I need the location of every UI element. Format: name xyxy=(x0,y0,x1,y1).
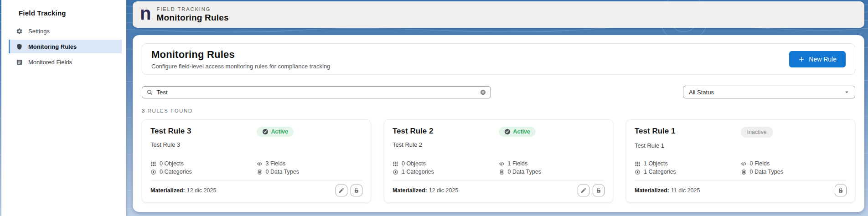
objects-stat: 0 Objects xyxy=(393,160,499,167)
lock-rule-button[interactable] xyxy=(835,185,847,196)
data-types-stat: 0 Data Types xyxy=(257,169,363,175)
edit-rule-button[interactable] xyxy=(336,185,347,196)
database-icon xyxy=(499,169,505,175)
search-box xyxy=(142,86,491,98)
rule-status-label: Inactive xyxy=(747,129,767,135)
rule-name: Test Rule 2 xyxy=(393,127,499,136)
lock-closed-icon xyxy=(837,187,844,194)
objects-stat: 0 Objects xyxy=(150,160,257,167)
materialized-label: Materialized: xyxy=(635,187,669,194)
data-types-stat-label: 0 Data Types xyxy=(508,169,541,175)
materialized-info: Materialized:11 dic 2025 xyxy=(635,187,700,194)
rules-grid: Test Rule 3 Active Test Rule 3 0 Objects… xyxy=(142,119,855,203)
objects-stat-label: 0 Objects xyxy=(402,160,426,167)
lock-open-icon xyxy=(353,187,360,194)
topbar-text: FIELD TRACKING Monitoring Rules xyxy=(156,6,228,23)
rule-status-badge: Inactive xyxy=(741,127,773,138)
rule-name: Test Rule 3 xyxy=(150,127,257,136)
search-icon xyxy=(146,89,153,96)
rule-description: Test Rule 3 xyxy=(150,141,362,148)
status-filter-value: All Status xyxy=(689,89,714,96)
fields-stat: 0 Fields xyxy=(741,160,847,167)
rule-card-actions xyxy=(336,185,362,196)
page-heading: Monitoring Rules xyxy=(151,49,330,61)
materialized-date: 12 dic 2025 xyxy=(187,187,217,194)
fields-stat-label: 3 Fields xyxy=(266,160,286,167)
code-icon xyxy=(499,161,505,167)
categories-stat: 0 Categories xyxy=(150,169,257,175)
materialized-date: 12 dic 2025 xyxy=(429,187,459,194)
rule-description: Test Rule 1 xyxy=(635,142,847,149)
sidebar: Field Tracking Settings Monitoring Rules… xyxy=(1,0,126,216)
filters-row: All Status xyxy=(142,86,855,98)
rule-card-footer: Materialized:12 dic 2025 xyxy=(150,180,362,196)
materialized-info: Materialized:12 dic 2025 xyxy=(150,187,216,194)
edit-rule-button[interactable] xyxy=(578,185,589,196)
materialized-label: Materialized: xyxy=(150,187,185,194)
search-input[interactable] xyxy=(156,89,476,96)
target-icon xyxy=(635,169,641,175)
sidebar-item-settings[interactable]: Settings xyxy=(9,24,122,38)
grid-icon xyxy=(393,161,398,167)
gear-icon xyxy=(16,28,23,35)
code-icon xyxy=(741,161,747,167)
categories-stat-label: 1 Categories xyxy=(644,169,676,175)
rule-stats: 0 Objects 3 Fields 0 Categories 0 Data T… xyxy=(150,160,362,175)
shield-icon xyxy=(16,43,23,50)
topbar-page-title: Monitoring Rules xyxy=(156,13,228,23)
new-rule-button[interactable]: New Rule xyxy=(789,51,846,67)
check-circle-icon xyxy=(504,129,511,135)
main-panel: Monitoring Rules Configure field-level a… xyxy=(133,35,864,212)
target-icon xyxy=(150,169,156,175)
rule-status-badge: Active xyxy=(257,127,294,137)
rule-card-top: Test Rule 3 Active xyxy=(150,127,362,137)
unlock-rule-button[interactable] xyxy=(351,185,362,196)
target-icon xyxy=(393,169,398,175)
fields-stat-label: 1 Fields xyxy=(508,160,528,167)
unlock-rule-button[interactable] xyxy=(593,185,604,196)
grid-icon xyxy=(635,161,641,167)
check-circle-icon xyxy=(262,129,269,135)
pencil-icon xyxy=(338,187,345,194)
sidebar-item-monitored-fields[interactable]: Monitored Fields xyxy=(9,55,122,69)
fields-stat: 3 Fields xyxy=(257,160,363,167)
rule-card[interactable]: Test Rule 2 Active Test Rule 2 0 Objects… xyxy=(384,119,613,203)
sidebar-item-label: Monitored Fields xyxy=(28,59,72,66)
page-subheading: Configure field-level access monitoring … xyxy=(151,63,330,70)
database-icon xyxy=(257,169,263,175)
materialized-info: Materialized:12 dic 2025 xyxy=(393,187,458,194)
sidebar-title: Field Tracking xyxy=(1,0,126,17)
lock-open-icon xyxy=(595,187,602,194)
rule-card[interactable]: Test Rule 3 Active Test Rule 3 0 Objects… xyxy=(142,119,371,203)
rule-status-badge: Active xyxy=(499,127,536,137)
topbar-app-label: FIELD TRACKING xyxy=(156,6,228,12)
rule-name: Test Rule 1 xyxy=(635,127,741,136)
clear-search-button[interactable] xyxy=(480,89,486,96)
rule-card-footer: Materialized:11 dic 2025 xyxy=(635,180,847,196)
chevron-down-icon xyxy=(844,90,849,95)
code-icon xyxy=(257,161,263,167)
rule-card-top: Test Rule 1 Inactive xyxy=(635,127,847,138)
rule-card[interactable]: Test Rule 1 Inactive Test Rule 1 1 Objec… xyxy=(626,119,855,203)
status-filter-dropdown[interactable]: All Status xyxy=(683,86,855,98)
materialized-date: 11 dic 2025 xyxy=(671,187,700,194)
fields-list-icon xyxy=(16,59,23,66)
rule-status-label: Active xyxy=(271,129,289,135)
pencil-icon xyxy=(580,187,587,194)
sidebar-item-label: Monitoring Rules xyxy=(28,43,77,50)
page-header-card: Monitoring Rules Configure field-level a… xyxy=(142,43,855,75)
rule-card-footer: Materialized:12 dic 2025 xyxy=(393,180,604,196)
objects-stat: 1 Objects xyxy=(635,160,741,167)
rule-card-top: Test Rule 2 Active xyxy=(393,127,604,137)
objects-stat-label: 0 Objects xyxy=(160,160,184,167)
database-icon xyxy=(741,169,747,175)
rule-stats: 0 Objects 1 Fields 1 Categories 0 Data T… xyxy=(393,160,604,175)
results-count: 3 RULES FOUND xyxy=(142,108,855,113)
categories-stat-label: 1 Categories xyxy=(402,169,434,175)
topbar: n FIELD TRACKING Monitoring Rules xyxy=(133,1,864,28)
sidebar-item-monitoring-rules[interactable]: Monitoring Rules xyxy=(9,40,122,53)
data-types-stat: 0 Data Types xyxy=(499,169,605,175)
fields-stat-label: 0 Fields xyxy=(750,160,770,167)
rule-description: Test Rule 2 xyxy=(393,141,604,148)
plus-icon xyxy=(798,56,805,62)
